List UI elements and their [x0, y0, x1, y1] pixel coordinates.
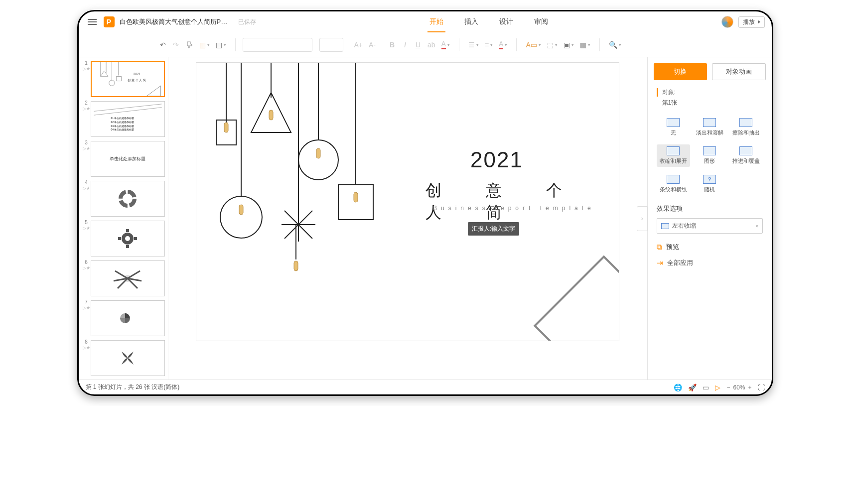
slide-reporter[interactable]: 汇报人:输入文字 [468, 222, 519, 236]
underline-button[interactable]: U [413, 37, 424, 52]
expand-panel-handle[interactable]: › [637, 206, 648, 231]
transition-wipe[interactable]: 擦除和抽出 [729, 116, 763, 138]
current-slide[interactable]: 2021 创 意 个 人 简 Business report template … [196, 62, 619, 341]
play-label: 播放 [743, 18, 755, 26]
object-value: 第1张 [657, 99, 763, 107]
svg-rect-50 [239, 205, 243, 215]
transition-fade[interactable]: 淡出和溶解 [693, 116, 726, 138]
tab-start[interactable]: 开始 [427, 17, 445, 32]
transition-shape[interactable]: 图形 [693, 144, 726, 167]
transition-stripes[interactable]: 条纹和横纹 [657, 173, 690, 195]
panel-tab-animation[interactable]: 对象动画 [712, 63, 766, 80]
font-decrease-button[interactable]: A- [367, 37, 378, 52]
undo-button[interactable]: ↶ [157, 37, 168, 52]
bold-button[interactable]: B [387, 37, 398, 52]
transition-shrink[interactable]: 收缩和展开 [657, 144, 690, 167]
preview-button[interactable]: ⧉预览 [657, 243, 763, 252]
tab-insert[interactable]: 插入 [462, 17, 480, 32]
find-button[interactable]: 🔍▾ [607, 37, 623, 52]
effect-select[interactable]: 左右收缩 ▾ [657, 218, 763, 234]
notes-icon[interactable]: ▭ [703, 383, 709, 391]
dropdown-icon [758, 20, 760, 23]
panel-tab-transition[interactable]: 切换 [654, 63, 708, 80]
thumbnail-6[interactable]: 6▷★ [82, 260, 165, 296]
new-slide-button[interactable]: ▦▾ [197, 37, 212, 52]
thumbnail-3[interactable]: 3▷★单击此处添加标题 [82, 141, 165, 177]
bullets-button[interactable]: ☰▾ [466, 37, 481, 52]
svg-rect-19 [126, 229, 129, 232]
tab-review[interactable]: 审阅 [532, 17, 550, 32]
textbox-button[interactable]: A▭▾ [524, 37, 543, 52]
thumbnail-4[interactable]: 4▷★ [82, 181, 165, 217]
table-button[interactable]: ▦▾ [578, 37, 592, 52]
font-increase-button[interactable]: A+ [352, 37, 365, 52]
redo-button[interactable]: ↷ [170, 37, 181, 52]
svg-text:创 意 个 人 简: 创 意 个 人 简 [128, 79, 145, 82]
svg-text:04 单击此处添加标题: 04 单击此处添加标题 [111, 128, 134, 131]
status-text: 第 1 张幻灯片，共 26 张 汉语(简体) [86, 383, 180, 391]
slide-decoration [211, 63, 421, 272]
svg-rect-46 [224, 123, 228, 132]
numbering-button[interactable]: ≡▾ [483, 37, 495, 52]
format-painter-button[interactable] [183, 37, 195, 52]
svg-point-35 [298, 140, 338, 180]
thumbnail-1[interactable]: 1▷★ 2021创 意 个 人 简 [82, 61, 165, 97]
performance-icon[interactable]: 🚀 [688, 383, 697, 391]
slideshow-icon[interactable]: ▷ [715, 383, 720, 391]
apply-icon: ⇥ [657, 258, 663, 267]
svg-rect-47 [269, 110, 273, 120]
svg-text:2021: 2021 [133, 72, 141, 76]
font-color-button[interactable]: A▾ [439, 37, 452, 52]
slide-title[interactable]: 创 意 个 人 简 [425, 180, 619, 224]
body: 1▷★ 2021创 意 个 人 简 2▷★01 单击此处添加标题02 单击此处添… [79, 57, 772, 379]
zoom-value: 60% [733, 384, 745, 391]
svg-line-24 [115, 271, 128, 278]
italic-button[interactable]: I [400, 37, 411, 52]
arrange-button[interactable]: ▣▾ [562, 37, 576, 52]
font-size-select[interactable] [319, 38, 343, 52]
font-family-select[interactable] [243, 38, 312, 52]
layout-button[interactable]: ▤▾ [214, 37, 228, 52]
shapes-button[interactable]: ⬚▾ [545, 37, 560, 52]
app-window: P 白色欧美风极简大气创意个人简历PPT... 已保存 开始 插入 设计 审阅 … [77, 10, 773, 396]
title-bar: P 白色欧美风极简大气创意个人简历PPT... 已保存 开始 插入 设计 审阅 … [79, 11, 772, 32]
svg-point-16 [121, 192, 135, 206]
zoom-control[interactable]: − 60% + [726, 384, 751, 391]
app-logo-icon: P [104, 16, 115, 27]
preview-icon: ⧉ [657, 243, 662, 252]
svg-rect-48 [316, 148, 320, 158]
zoom-in-button[interactable]: + [748, 384, 751, 391]
svg-rect-51 [294, 261, 298, 271]
thumbnail-5[interactable]: 5▷★ [82, 221, 165, 256]
apply-all-button[interactable]: ⇥全部应用 [657, 258, 763, 267]
hamburger-icon[interactable] [86, 17, 99, 27]
slide-thumbnails[interactable]: 1▷★ 2021创 意 个 人 简 2▷★01 单击此处添加标题02 单击此处添… [79, 57, 168, 379]
highlight-button[interactable]: A▾ [497, 37, 509, 52]
svg-line-25 [128, 271, 140, 278]
slide-year[interactable]: 2021 [470, 147, 523, 172]
avatar[interactable] [721, 16, 733, 28]
saved-status: 已保存 [238, 18, 256, 26]
transition-grid: 无 淡出和溶解 擦除和抽出 收缩和展开 图形 推进和覆盖 条纹和横纹 ?随机 [657, 116, 763, 195]
slide-canvas-area[interactable]: 2021 创 意 个 人 简 Business report template … [168, 57, 647, 379]
transition-random[interactable]: ?随机 [693, 173, 726, 195]
thumbnail-2[interactable]: 2▷★01 单击此处添加标题02 单击此处添加标题03 单击此处添加标题04 单… [82, 101, 165, 137]
object-label: 对象: [657, 88, 763, 97]
svg-point-18 [125, 236, 130, 241]
transition-push[interactable]: 推进和覆盖 [729, 144, 763, 167]
zoom-out-button[interactable]: − [726, 384, 730, 391]
svg-text:01 单击此处添加标题: 01 单击此处添加标题 [111, 117, 134, 120]
strikethrough-button[interactable]: ab [425, 37, 437, 52]
tab-design[interactable]: 设计 [497, 17, 515, 32]
fit-icon[interactable]: ⛶ [758, 383, 765, 391]
globe-icon[interactable]: 🌐 [674, 383, 682, 391]
svg-rect-22 [134, 237, 137, 240]
thumbnail-8[interactable]: 8▷★ [82, 340, 165, 376]
transition-none[interactable]: 无 [657, 116, 690, 138]
play-button[interactable]: 播放 [738, 16, 765, 28]
svg-rect-5 [116, 76, 121, 81]
slide-subtitle[interactable]: Business report template [433, 205, 595, 212]
status-bar: 第 1 张幻灯片，共 26 张 汉语(简体) 🌐 🚀 ▭ ▷ − 60% + ⛶ [79, 379, 772, 394]
thumbnail-7[interactable]: 7▷★ [82, 300, 165, 336]
svg-text:03 单击此处添加标题: 03 单击此处添加标题 [111, 125, 134, 127]
